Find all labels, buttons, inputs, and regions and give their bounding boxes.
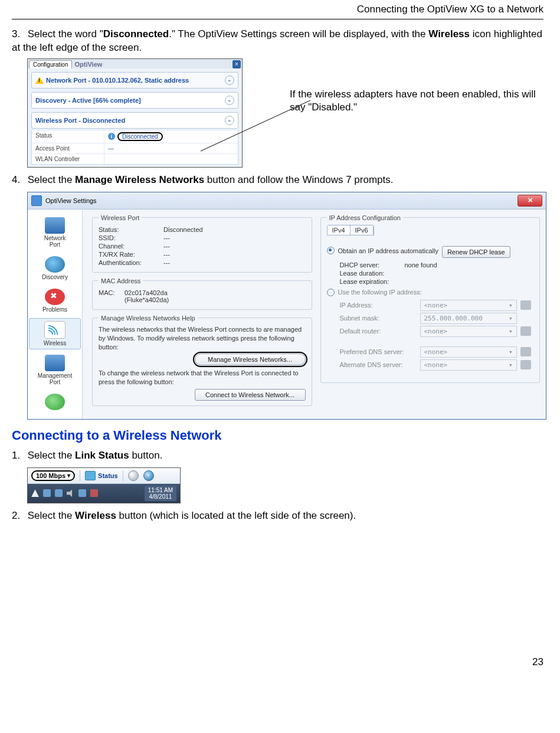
problems-icon bbox=[45, 289, 65, 305]
tray-app-icon[interactable] bbox=[43, 489, 51, 497]
field-preferred-dns: Preferred DNS server:<none>▾ bbox=[340, 346, 534, 358]
tray-clock[interactable]: 11:51 AM4/8/2011 bbox=[145, 486, 176, 501]
tray-action-center-icon[interactable] bbox=[90, 489, 98, 497]
info-icon: i bbox=[108, 133, 115, 140]
tab-ipv4[interactable]: IPv4 bbox=[328, 225, 351, 235]
group-mac-address: MAC Address MAC: 02c017a402da (Fluke*a40… bbox=[92, 277, 312, 310]
radio-use-following-ip[interactable]: Use the following IP address: bbox=[327, 289, 534, 296]
status-disconnected-link[interactable]: Disconnected bbox=[117, 132, 163, 141]
sidebar-item-problems[interactable]: Problems bbox=[29, 286, 81, 316]
chevron-down-icon[interactable]: ⌄ bbox=[225, 76, 234, 85]
field-subnet-mask: Subnet mask:255.000.000.000▾ bbox=[340, 313, 534, 324]
step-1: 1. Select the Link Status button. bbox=[12, 449, 543, 463]
green-icon bbox=[45, 394, 65, 410]
tab-ipv6[interactable]: IPv6 bbox=[351, 225, 374, 235]
screenshot-optiview-settings: OptiView Settings ✕ Network Port Discove… bbox=[27, 192, 546, 420]
sidebar-item-management-port[interactable]: Management Port bbox=[29, 352, 81, 388]
page-number: 23 bbox=[12, 656, 543, 668]
status-toolbar: 100Mbps▾ Status › bbox=[28, 468, 180, 484]
tray-volume-icon[interactable] bbox=[67, 489, 74, 497]
group-manage-wireless-help: Manage Wireless Networks Help The wirele… bbox=[92, 315, 312, 406]
sidebar-item-extra[interactable] bbox=[29, 391, 81, 414]
window-titlebar: OptiView Settings ✕ bbox=[28, 192, 546, 210]
system-tray: 11:51 AM4/8/2011 bbox=[28, 484, 180, 503]
sidebar-item-wireless[interactable]: Wireless bbox=[29, 318, 81, 349]
tray-network-icon[interactable] bbox=[78, 489, 86, 497]
radio-dot-icon bbox=[327, 247, 335, 254]
keypad-icon[interactable] bbox=[520, 347, 531, 356]
sidebar-item-discovery[interactable]: Discovery bbox=[29, 253, 81, 283]
window-title: OptiView Settings bbox=[45, 197, 97, 204]
step-4: 4. Select the Manage Wireless Networks b… bbox=[12, 174, 543, 187]
link-speed-badge[interactable]: 100Mbps▾ bbox=[31, 470, 75, 481]
keypad-icon[interactable] bbox=[520, 326, 531, 336]
warning-icon bbox=[35, 77, 44, 84]
settings-sidebar: Network Port Discovery Problems Wireless… bbox=[28, 210, 83, 419]
renew-dhcp-lease-button[interactable]: Renew DHCP lease bbox=[442, 246, 510, 258]
section-heading: Connecting to a Wireless Network bbox=[12, 428, 543, 443]
running-header: Connecting the OptiView XG to a Network bbox=[12, 0, 543, 18]
tab-configuration[interactable]: Configuration bbox=[29, 60, 72, 68]
app-icon bbox=[31, 195, 42, 206]
row-network-port[interactable]: Network Port - 010.010.132.062, Static a… bbox=[31, 72, 238, 89]
wireless-port-details: Status i Disconnected Access Point --- W… bbox=[31, 130, 238, 165]
status-icon bbox=[85, 471, 96, 480]
sidebar-item-network-port[interactable]: Network Port bbox=[29, 214, 81, 251]
connect-to-wireless-network-button[interactable]: Connect to Wireless Network... bbox=[195, 389, 306, 401]
keypad-icon[interactable] bbox=[520, 360, 531, 369]
step-3: 3. Select the word "Disconnected." The O… bbox=[12, 28, 543, 55]
callout-text: If the wireless adapters have not been e… bbox=[290, 88, 543, 114]
radio-dot-icon bbox=[327, 289, 335, 296]
status-button[interactable]: Status bbox=[85, 471, 118, 480]
tray-show-hidden-icon[interactable] bbox=[31, 489, 39, 497]
step-2: 2. Select the Wireless button (which is … bbox=[12, 509, 543, 523]
field-alternate-dns: Alternate DNS server:<none>▾ bbox=[340, 359, 534, 371]
header-rule bbox=[12, 19, 543, 19]
tray-app-icon[interactable] bbox=[55, 489, 63, 497]
management-port-icon bbox=[45, 355, 65, 371]
field-ip-address: IP Address:<none>▾ bbox=[340, 300, 534, 311]
header-title: Connecting the OptiView XG to a Network bbox=[357, 4, 543, 15]
close-icon[interactable]: × bbox=[232, 60, 241, 68]
screenshot-taskbar-status: 100Mbps▾ Status › 11:51 AM4/8/2011 bbox=[27, 467, 181, 503]
blue-nav-icon[interactable]: › bbox=[143, 470, 154, 481]
tab-strip: Configuration OptiView × bbox=[28, 59, 242, 68]
group-wireless-port: Wireless Port Status:Disconnected SSID:-… bbox=[92, 214, 312, 273]
group-ip-configuration: IP Address Configuration IPv4IPv6 Obtain… bbox=[320, 214, 541, 383]
manage-wireless-networks-button[interactable]: Manage Wireless Networks... bbox=[195, 354, 306, 365]
row-wireless-port[interactable]: Wireless Port - Disconnected ⌄ bbox=[31, 112, 238, 129]
chevron-down-icon[interactable]: ⌄ bbox=[225, 116, 234, 125]
ip-version-tabs[interactable]: IPv4IPv6 bbox=[327, 225, 374, 235]
chevron-down-icon: ▾ bbox=[67, 472, 70, 479]
radio-obtain-auto[interactable]: Obtain an IP address automatically Renew… bbox=[327, 244, 534, 258]
tab-optiview[interactable]: OptiView bbox=[74, 61, 102, 68]
keypad-icon[interactable] bbox=[520, 300, 531, 310]
screenshot-network-port-panel: Configuration OptiView × Network Port - … bbox=[27, 58, 243, 168]
chevron-down-icon[interactable]: ⌄ bbox=[225, 96, 234, 105]
wireless-icon bbox=[44, 321, 66, 339]
row-discovery[interactable]: Discovery - Active [66% complete] ⌄ bbox=[31, 92, 238, 109]
field-default-router: Default router:<none>▾ bbox=[340, 326, 534, 337]
close-icon[interactable]: ✕ bbox=[518, 195, 542, 207]
network-port-icon bbox=[45, 217, 65, 234]
discovery-icon bbox=[45, 256, 65, 273]
grey-nav-icon[interactable] bbox=[128, 470, 139, 481]
